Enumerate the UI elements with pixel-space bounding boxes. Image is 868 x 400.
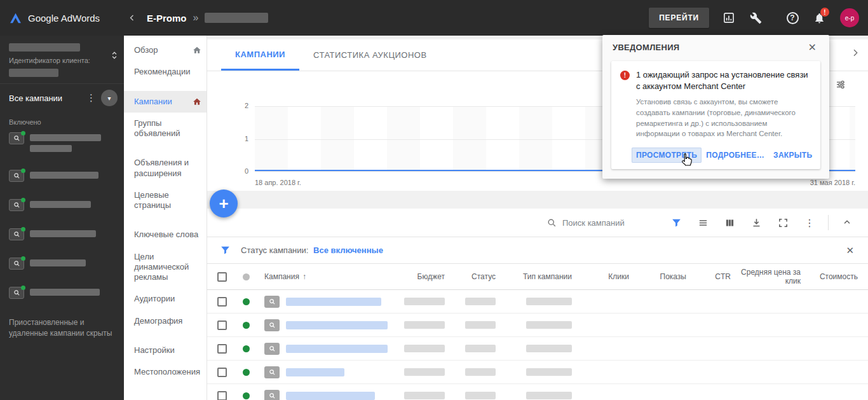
dropdown-arrow-icon: ▾ <box>107 95 111 102</box>
unfold-more-icon[interactable] <box>110 51 119 60</box>
row-checkbox[interactable] <box>217 297 227 307</box>
nav-group-divider <box>124 332 207 340</box>
filter-funnel-icon <box>219 239 231 262</box>
redacted-campaign-name[interactable] <box>286 321 388 329</box>
segment-icon[interactable] <box>689 211 716 234</box>
columns-icon[interactable] <box>716 211 743 234</box>
filter-funnel-icon[interactable] <box>663 211 689 234</box>
select-all-checkbox[interactable] <box>217 272 227 282</box>
account-avatar[interactable]: e-p <box>840 8 859 27</box>
help-icon[interactable]: ? <box>780 6 804 30</box>
collapse-sidebar-icon[interactable] <box>124 10 140 26</box>
breadcrumb-account[interactable]: E-Promo <box>147 13 187 24</box>
chart-settings-tune-icon[interactable] <box>835 79 846 90</box>
redacted-client-name <box>9 43 80 52</box>
row-checkbox[interactable] <box>217 391 227 400</box>
filter-value[interactable]: Все включенные <box>313 245 383 255</box>
close-notifications-icon[interactable]: ✕ <box>806 39 819 56</box>
view-request-button[interactable]: ПРОСМОТРЕТЬ <box>632 148 702 163</box>
table-row[interactable] <box>207 361 868 384</box>
nav-item-recommendations[interactable]: Рекомендации <box>124 61 207 83</box>
enabled-status-dot <box>21 286 25 290</box>
nav-item-locations[interactable]: Местоположения <box>124 361 207 383</box>
adwords-brand[interactable]: Google AdWords <box>0 12 124 24</box>
redacted-budget <box>404 392 445 399</box>
notifications-bell-icon[interactable]: ! <box>807 6 831 30</box>
sidebar-campaign-item[interactable] <box>0 170 124 183</box>
nav-item-overview[interactable]: Обзор <box>124 39 207 61</box>
add-campaign-fab[interactable]: + <box>210 190 238 217</box>
fullscreen-expand-icon[interactable] <box>770 211 796 234</box>
campaign-search[interactable] <box>547 218 656 228</box>
table-row[interactable] <box>207 290 868 314</box>
enabled-status-dot <box>243 322 250 329</box>
row-checkbox[interactable] <box>217 368 227 377</box>
search-input[interactable] <box>562 218 648 228</box>
column-header-impressions[interactable]: Показы <box>629 272 686 281</box>
sidebar-campaign-item[interactable] <box>0 228 124 241</box>
column-header-campaign[interactable]: Кампания ↑ <box>264 272 388 281</box>
redacted-campaign-name[interactable] <box>286 345 388 353</box>
row-checkbox[interactable] <box>217 321 227 330</box>
nav-item-ads-extensions[interactable]: Объявления и расширения <box>124 152 207 184</box>
column-header-status[interactable]: Статус <box>445 272 496 281</box>
nav-item-audiences[interactable]: Аудитории <box>124 288 207 310</box>
redacted-campaign-type <box>526 298 572 305</box>
tab-auction-insights[interactable]: СТАТИСТИКА АУКЦИОНОВ <box>299 39 441 71</box>
row-checkbox[interactable] <box>217 344 227 354</box>
learn-more-button[interactable]: ПОДРОБНЕЕ… <box>702 148 769 163</box>
dismiss-button[interactable]: ЗАКРЫТЬ <box>769 148 817 163</box>
table-row[interactable] <box>207 314 868 337</box>
table-row[interactable] <box>207 337 868 361</box>
sidebar-campaign-item[interactable] <box>0 287 124 300</box>
client-id-label: Идентификатор клиента: <box>9 57 115 64</box>
sidebar-campaign-item[interactable] <box>0 258 124 270</box>
sidebar-campaign-item[interactable] <box>0 199 124 212</box>
nav-item-landing-pages[interactable]: Целевые страницы <box>124 184 207 217</box>
enabled-status-dot <box>243 369 250 376</box>
enabled-status-dot <box>243 345 250 352</box>
status-column-dot-icon <box>243 273 250 280</box>
chevron-right-icon[interactable] <box>850 48 860 58</box>
reports-icon[interactable] <box>717 6 741 30</box>
nav-item-keywords[interactable]: Ключевые слова <box>124 224 207 245</box>
tools-wrench-icon[interactable] <box>743 6 768 30</box>
nav-item-demographics[interactable]: Демография <box>124 310 207 332</box>
column-header-campaign-type[interactable]: Тип кампании <box>496 272 572 281</box>
all-campaigns-row[interactable]: Все кампании ⋮ ▾ <box>0 83 124 112</box>
redacted-campaign-name <box>30 134 101 141</box>
column-header-clicks[interactable]: Клики <box>572 272 629 281</box>
go-to-button[interactable]: ПЕРЕЙТИ <box>649 8 709 28</box>
more-vert-icon[interactable]: ⋮ <box>796 211 823 234</box>
column-header-ctr[interactable]: CTR <box>686 272 731 281</box>
campaign-search-badge-icon <box>264 366 280 378</box>
redacted-campaign-name[interactable] <box>286 392 375 400</box>
nav-item-campaigns[interactable]: Кампании <box>124 91 207 113</box>
nav-item-settings[interactable]: Настройки <box>124 340 207 361</box>
filter-chip[interactable]: Статус кампании: Все включенные <box>241 245 383 255</box>
column-header-budget[interactable]: Бюджет <box>388 272 445 281</box>
redacted-client-id <box>9 69 58 77</box>
more-vert-icon[interactable]: ⋮ <box>81 92 101 104</box>
redacted-campaign-name[interactable] <box>286 368 344 376</box>
enabled-status-dot <box>243 298 250 305</box>
column-header-cost[interactable]: Стоимость <box>801 272 858 281</box>
campaigns-dropdown-button[interactable]: ▾ <box>101 90 118 106</box>
clear-filter-close-icon[interactable]: ✕ <box>843 242 857 259</box>
nav-item-dynamic-ad-targets[interactable]: Цели динамической рекламы <box>124 246 207 289</box>
redacted-campaign-type <box>526 321 572 329</box>
notifications-popup: УВЕДОМЛЕНИЯ ✕ ! 1 ожидающий запрос на ус… <box>602 35 829 179</box>
tab-campaigns[interactable]: КАМПАНИИ <box>221 39 299 71</box>
redacted-breadcrumb-campaign[interactable] <box>205 13 268 23</box>
column-header-avg-cpc[interactable]: Средняя цена за клик <box>731 268 801 286</box>
adwords-logo-icon <box>9 12 22 24</box>
notifications-title: УВЕДОМЛЕНИЯ <box>613 43 806 52</box>
sidebar-campaign-item[interactable] <box>0 132 124 156</box>
download-icon[interactable] <box>743 211 770 234</box>
redacted-budget <box>404 368 445 376</box>
table-row[interactable] <box>207 384 868 400</box>
collapse-table-chevron-up-icon[interactable] <box>834 211 860 234</box>
client-selector[interactable]: Идентификатор клиента: <box>0 36 124 83</box>
nav-item-ad-groups[interactable]: Группы объявлений <box>124 113 207 145</box>
redacted-campaign-name[interactable] <box>286 298 381 306</box>
